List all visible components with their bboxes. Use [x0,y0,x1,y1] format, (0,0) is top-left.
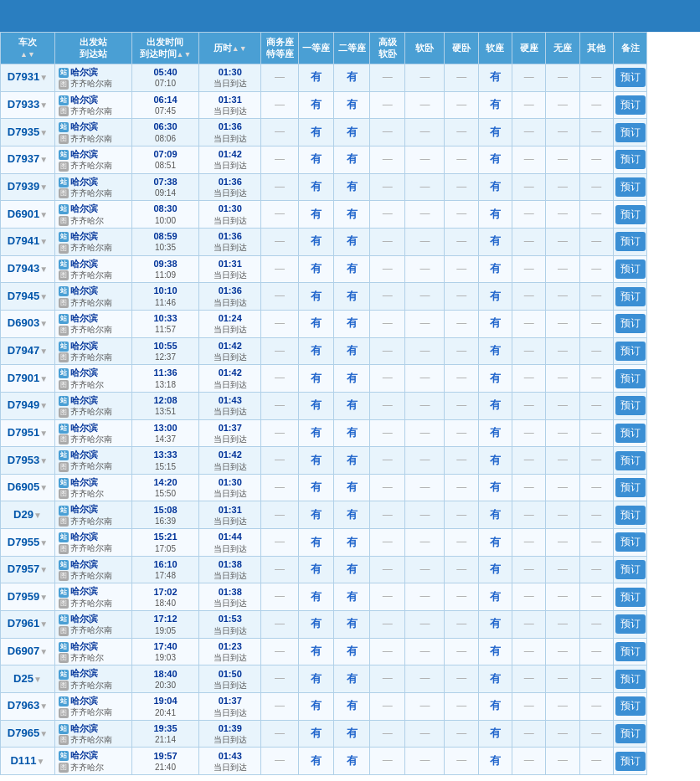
book-button[interactable]: 预订 [615,506,646,525]
header-time[interactable]: 出发时间到达时间▲▼ [131,33,199,64]
book-button[interactable]: 预订 [615,724,646,743]
expand-icon[interactable]: ▼ [39,209,48,220]
table-row: D7953▼ 站哈尔滨 图齐齐哈尔南 13:33 15:15 01:42 当日到… [1,447,700,475]
book-cell[interactable]: 预订 [613,173,646,201]
book-button[interactable]: 预订 [615,259,646,279]
expand-icon[interactable]: ▼ [39,728,48,739]
book-button[interactable]: 预订 [615,205,646,224]
expand-icon[interactable]: ▼ [39,318,48,329]
book-cell[interactable]: 预订 [613,310,646,337]
book-button[interactable]: 预订 [615,369,646,388]
expand-icon[interactable]: ▼ [39,100,48,110]
expand-icon[interactable]: ▼ [39,264,48,275]
book-cell[interactable]: 预订 [613,337,646,365]
book-cell[interactable]: 预订 [613,91,646,119]
book-cell[interactable]: 预订 [613,201,646,229]
book-button[interactable]: 预订 [615,287,646,306]
expand-icon[interactable]: ▼ [39,646,48,657]
book-button[interactable]: 预订 [615,314,646,333]
book-cell[interactable]: 预订 [613,255,646,283]
hardsit-cell: — [445,255,478,283]
expand-icon[interactable]: ▼ [39,291,48,302]
book-cell[interactable]: 预订 [613,583,646,611]
expand-icon[interactable]: ▼ [39,72,48,83]
book-cell[interactable]: 预订 [613,556,646,583]
book-cell[interactable]: 预订 [613,720,646,748]
hardsl-no: — [524,427,534,439]
expand-icon[interactable]: ▼ [39,154,48,165]
book-button[interactable]: 预订 [615,177,646,197]
book-cell[interactable]: 预订 [613,119,646,146]
expand-icon[interactable]: ▼ [39,400,48,411]
book-button[interactable]: 预订 [615,614,646,634]
book-cell[interactable]: 预订 [613,283,646,311]
book-cell[interactable]: 预订 [613,748,646,775]
expand-icon[interactable]: ▼ [39,373,48,384]
book-button[interactable]: 预订 [615,642,646,661]
book-button[interactable]: 预订 [615,232,646,251]
book-cell[interactable]: 预订 [613,392,646,419]
expand-icon[interactable]: ▼ [33,510,42,521]
book-cell[interactable]: 预订 [613,419,646,447]
book-cell[interactable]: 预订 [613,474,646,501]
expand-icon[interactable]: ▼ [37,756,45,767]
book-cell[interactable]: 预订 [613,638,646,665]
book-button[interactable]: 预订 [615,123,646,142]
expand-icon[interactable]: ▼ [39,182,48,193]
book-cell[interactable]: 预订 [613,447,646,475]
header-trainid[interactable]: 车次▲▼ [1,33,55,64]
book-button[interactable]: 预订 [615,95,646,115]
book-cell[interactable]: 预订 [613,64,646,91]
second1-ticket: 有 [311,699,322,712]
book-button[interactable]: 预订 [615,670,646,689]
book-button[interactable]: 预订 [615,560,646,579]
expand-icon[interactable]: ▼ [39,236,48,247]
book-cell[interactable]: 预订 [613,611,646,639]
table-row: D6901▼ 站哈尔滨 图齐齐哈尔 08:30 10:00 01:30 当日到达… [1,201,700,229]
time-cell: 08:30 10:00 [131,201,199,229]
expand-icon[interactable]: ▼ [33,674,42,685]
book-button[interactable]: 预订 [615,424,646,443]
book-button[interactable]: 预订 [615,68,646,87]
advanced-cell: — [369,392,405,419]
book-cell[interactable]: 预订 [613,529,646,557]
expand-icon[interactable]: ▼ [39,619,48,629]
book-cell[interactable]: 预订 [613,665,646,693]
expand-icon[interactable]: ▼ [39,127,48,138]
expand-icon[interactable]: ▼ [39,428,48,439]
book-button[interactable]: 预订 [615,342,646,361]
duration-sub: 当日到达 [201,543,259,554]
depart-time: 18:40 [134,668,198,680]
book-button[interactable]: 预订 [615,532,646,552]
expand-icon[interactable]: ▼ [39,701,48,712]
train-id: D7957 [8,563,39,575]
expand-icon[interactable]: ▼ [39,592,48,603]
expand-icon[interactable]: ▼ [39,455,48,466]
book-button[interactable]: 预订 [615,696,646,716]
book-button[interactable]: 预订 [615,396,646,415]
book-cell[interactable]: 预订 [613,501,646,529]
expand-icon[interactable]: ▼ [39,346,48,357]
time-block: 19:35 21:14 [134,722,198,745]
second1-cell: 有 [298,638,334,665]
duration-block: 01:39 当日到达 [201,722,259,745]
book-cell[interactable]: 预订 [613,228,646,255]
book-button[interactable]: 预订 [615,451,646,470]
book-button[interactable]: 预订 [615,752,646,771]
book-cell[interactable]: 预订 [613,365,646,393]
duration-cell: 01:30 当日到达 [199,474,261,501]
book-cell[interactable]: 预订 [613,146,646,173]
expand-icon[interactable]: ▼ [39,537,48,548]
expand-icon[interactable]: ▼ [39,482,48,493]
business-no: — [275,263,285,275]
station-from: 站哈尔滨 [59,176,130,188]
expand-icon[interactable]: ▼ [39,564,48,575]
book-button[interactable]: 预订 [615,478,646,497]
book-button[interactable]: 预订 [615,588,646,607]
book-cell[interactable]: 预订 [613,693,646,721]
book-button[interactable]: 预订 [615,150,646,169]
softsit-no: — [419,208,430,219]
duration-cell: 01:30 当日到达 [199,201,261,229]
station-block: 站哈尔滨 图齐齐哈尔南 [57,285,130,308]
header-duration[interactable]: 历时▲▼ [199,33,261,64]
